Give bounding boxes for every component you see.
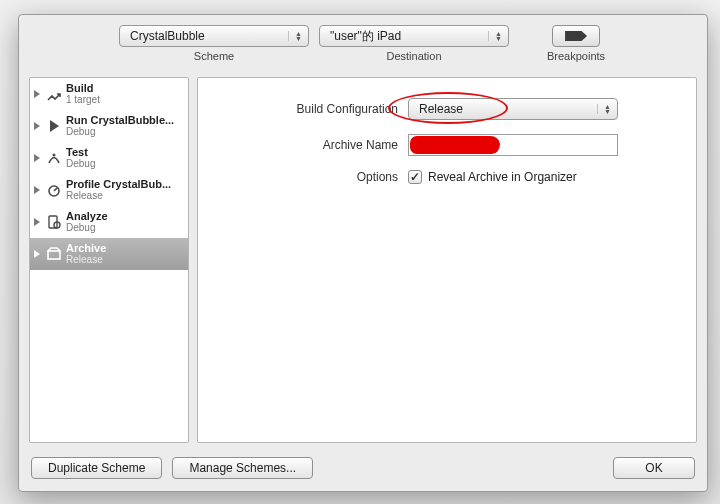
build-config-value: Release (419, 102, 463, 116)
sidebar-item-title: Profile CrystalBub... (66, 178, 171, 190)
sidebar-item-subtitle: Debug (66, 222, 108, 234)
ok-label: OK (645, 461, 662, 475)
detail-panel: Build Configuration Release ▲▼ Archive N… (197, 77, 697, 443)
manage-schemes-label: Manage Schemes... (189, 461, 296, 475)
breakpoints-button[interactable] (552, 25, 600, 47)
profile-icon (46, 182, 62, 198)
sidebar-item-build[interactable]: Build1 target (30, 78, 188, 110)
sidebar-item-subtitle: Release (66, 254, 106, 266)
breakpoint-icon (565, 31, 587, 41)
test-icon (46, 150, 62, 166)
sidebar-item-subtitle: Release (66, 190, 171, 202)
svg-point-1 (53, 154, 56, 157)
ok-button[interactable]: OK (613, 457, 695, 479)
disclosure-icon (34, 154, 40, 162)
destination-caption: Destination (386, 50, 441, 62)
sidebar-item-title: Archive (66, 242, 106, 254)
reveal-archive-checkbox[interactable]: ✓ Reveal Archive in Organizer (408, 170, 577, 184)
action-sidebar: Build1 targetRun CrystalBubble...DebugTe… (29, 77, 189, 443)
svg-rect-5 (48, 251, 60, 259)
sidebar-item-title: Build (66, 82, 100, 94)
breakpoints-caption: Breakpoints (547, 50, 605, 62)
updown-icon: ▲▼ (488, 31, 502, 41)
archive-icon (46, 246, 62, 262)
sidebar-item-archive[interactable]: ArchiveRelease (30, 238, 188, 270)
svg-marker-0 (50, 120, 59, 132)
sidebar-item-test[interactable]: TestDebug (30, 142, 188, 174)
topbar: CrystalBubble ▲▼ Scheme "user"的 iPad ▲▼ … (19, 15, 707, 77)
archive-name-label: Archive Name (218, 138, 408, 152)
build-icon (46, 86, 62, 102)
destination-popup-value: "user"的 iPad (330, 28, 401, 45)
sidebar-item-profile[interactable]: Profile CrystalBub...Release (30, 174, 188, 206)
archive-name-input[interactable] (408, 134, 618, 156)
redaction-mark (410, 136, 500, 154)
disclosure-icon (34, 218, 40, 226)
sidebar-item-title: Run CrystalBubble... (66, 114, 174, 126)
run-icon (46, 118, 62, 134)
sidebar-item-subtitle: 1 target (66, 94, 100, 106)
scheme-editor-sheet: CrystalBubble ▲▼ Scheme "user"的 iPad ▲▼ … (18, 14, 708, 492)
sidebar-item-subtitle: Debug (66, 158, 95, 170)
build-config-popup[interactable]: Release ▲▼ (408, 98, 618, 120)
disclosure-icon (34, 250, 40, 258)
sidebar-item-title: Analyze (66, 210, 108, 222)
sidebar-item-subtitle: Debug (66, 126, 174, 138)
scheme-popup[interactable]: CrystalBubble ▲▼ (119, 25, 309, 47)
checkbox-icon: ✓ (408, 170, 422, 184)
duplicate-scheme-button[interactable]: Duplicate Scheme (31, 457, 162, 479)
options-label: Options (218, 170, 408, 184)
duplicate-scheme-label: Duplicate Scheme (48, 461, 145, 475)
sidebar-item-run[interactable]: Run CrystalBubble...Debug (30, 110, 188, 142)
analyze-icon (46, 214, 62, 230)
scheme-caption: Scheme (194, 50, 234, 62)
reveal-archive-label: Reveal Archive in Organizer (428, 170, 577, 184)
sidebar-item-analyze[interactable]: AnalyzeDebug (30, 206, 188, 238)
footer: Duplicate Scheme Manage Schemes... OK (19, 451, 707, 491)
disclosure-icon (34, 90, 40, 98)
disclosure-icon (34, 186, 40, 194)
destination-popup[interactable]: "user"的 iPad ▲▼ (319, 25, 509, 47)
updown-icon: ▲▼ (288, 31, 302, 41)
disclosure-icon (34, 122, 40, 130)
scheme-popup-value: CrystalBubble (130, 29, 205, 43)
sidebar-item-title: Test (66, 146, 95, 158)
build-config-label: Build Configuration (218, 102, 408, 116)
manage-schemes-button[interactable]: Manage Schemes... (172, 457, 313, 479)
updown-icon: ▲▼ (597, 104, 611, 114)
